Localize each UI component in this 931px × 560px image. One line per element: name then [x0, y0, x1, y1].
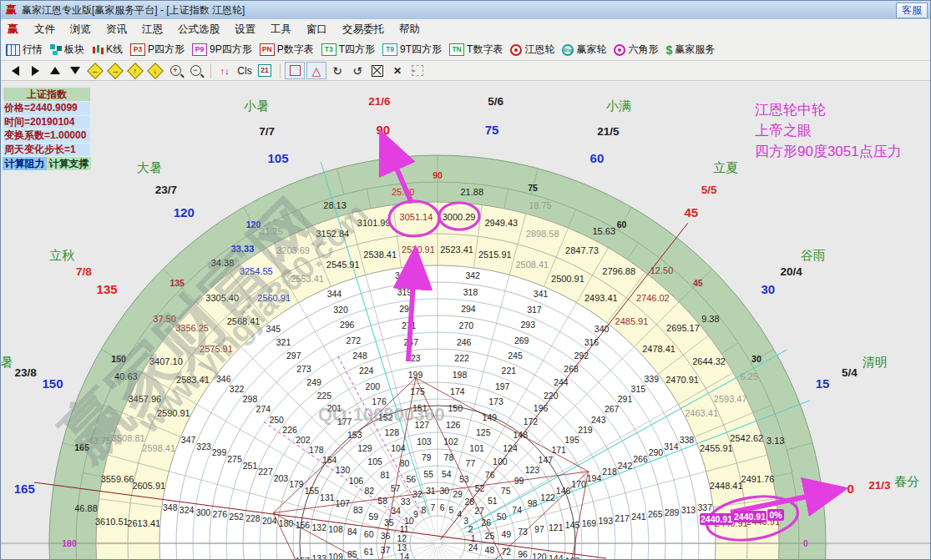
zoom-out-button[interactable]: − [186, 63, 205, 78]
svg-text:342: 342 [465, 270, 480, 280]
menu-item-0[interactable]: 文件 [27, 21, 63, 38]
svg-text:8: 8 [422, 505, 427, 515]
kline-candles-icon [92, 44, 104, 56]
svg-text:122: 122 [540, 492, 555, 502]
toolbar-item-label: 板块 [64, 43, 84, 57]
svg-text:9: 9 [413, 509, 418, 519]
svg-text:296: 296 [340, 320, 355, 330]
svg-text:120: 120 [174, 205, 195, 219]
svg-text:60: 60 [590, 151, 605, 165]
annotation-line-1: 上帝之眼 [755, 120, 902, 141]
wheel-rings-icon [614, 44, 625, 56]
svg-text:129: 129 [357, 443, 372, 453]
panel-row-3: 周天变化步长=1 [3, 144, 91, 158]
updown-button[interactable]: ↑↓ [215, 63, 234, 78]
svg-text:104: 104 [391, 443, 406, 453]
zoom-in-button[interactable]: + [166, 63, 185, 78]
calc-support-button[interactable]: 计算支撑 [47, 157, 91, 170]
svg-text:242: 242 [618, 461, 633, 471]
svg-text:54: 54 [442, 469, 452, 479]
badge-icon-TN: TN [449, 43, 464, 56]
dia-right-button[interactable]: → [106, 63, 124, 78]
svg-text:105: 105 [268, 151, 289, 165]
svg-text:174: 174 [450, 386, 465, 396]
toolbar-item-江恩轮[interactable]: 江恩轮 [510, 43, 554, 57]
square-button[interactable] [285, 62, 305, 79]
select-button[interactable]: ▸ [408, 63, 427, 78]
svg-text:126: 126 [446, 420, 461, 430]
svg-text:2: 2 [468, 524, 473, 534]
svg-text:4: 4 [457, 509, 462, 519]
toolbar-item-板块[interactable]: 板块 [50, 43, 84, 57]
dia-up-button[interactable]: ↑ [126, 63, 144, 78]
toolbar-item-行情[interactable]: 行情 [6, 43, 43, 57]
toolbar-item-9T四方形[interactable]: T99T四方形 [382, 43, 442, 57]
svg-text:297: 297 [286, 351, 301, 361]
svg-text:132: 132 [311, 522, 326, 532]
svg-text:30: 30 [761, 282, 776, 296]
toolbar-item-P数字表[interactable]: PNP数字表 [260, 43, 314, 57]
toolbar-item-T数字表[interactable]: TNT数字表 [449, 43, 503, 57]
svg-text:2746.02: 2746.02 [636, 293, 670, 303]
tri-right-button[interactable] [26, 63, 44, 78]
svg-text:144: 144 [549, 553, 564, 560]
toolbar-item-赢家服务[interactable]: $赢家服务 [665, 43, 715, 57]
svg-text:57: 57 [391, 483, 401, 493]
svg-text:75: 75 [501, 486, 511, 496]
svg-text:2470.91: 2470.91 [665, 375, 699, 385]
svg-text:58: 58 [377, 496, 387, 506]
svg-text:168: 168 [565, 556, 580, 560]
menu-item-4[interactable]: 公式选股 [170, 21, 227, 38]
calc-resistance-button[interactable]: 计算阻力 [3, 157, 47, 170]
svg-text:35: 35 [384, 517, 394, 527]
svg-text:3: 3 [463, 516, 468, 526]
annotation-line-0: 江恩轮中轮 [755, 99, 902, 120]
toolbar-item-9P四方形[interactable]: P99P四方形 [192, 43, 252, 57]
svg-text:52: 52 [475, 483, 485, 493]
menu-item-5[interactable]: 设置 [227, 21, 263, 38]
menu-item-3[interactable]: 江恩 [134, 21, 170, 38]
rotate-ccw-button[interactable]: ↺ [348, 63, 367, 78]
svg-text:348: 348 [163, 502, 178, 512]
cls-button[interactable]: Cls [235, 63, 254, 78]
svg-text:123: 123 [525, 465, 540, 475]
svg-text:32: 32 [412, 489, 422, 499]
menu-item-1[interactable]: 浏览 [63, 21, 99, 38]
customer-service-button[interactable]: 客服 [896, 3, 928, 18]
tri-up-button[interactable] [46, 63, 64, 78]
svg-text:315: 315 [631, 384, 646, 394]
toolbar-item-P四方形[interactable]: P3P四方形 [130, 43, 185, 57]
svg-text:198: 198 [453, 370, 468, 380]
menu-item-8[interactable]: 交易委托 [335, 21, 392, 38]
svg-text:7/8: 7/8 [76, 265, 92, 278]
rotate-cw-button[interactable]: ↻ [328, 63, 347, 78]
menu-item-2[interactable]: 资讯 [99, 21, 134, 38]
svg-text:2493.41: 2493.41 [584, 293, 618, 303]
svg-text:6: 6 [440, 502, 445, 512]
dia-left-button[interactable]: ← [86, 63, 104, 78]
svg-text:226: 226 [282, 425, 297, 435]
toolbar-item-K线[interactable]: K线 [92, 43, 123, 57]
toolbar-item-六角形[interactable]: 六角形 [614, 43, 658, 57]
svg-text:169: 169 [582, 518, 597, 528]
dia-down-button[interactable]: ↓ [146, 63, 164, 78]
box-x-button[interactable] [368, 63, 387, 78]
menu-item-9[interactable]: 帮助 [392, 21, 428, 38]
triangle-button[interactable]: △ [306, 62, 326, 79]
fit-button[interactable]: ✕ [388, 63, 407, 78]
tri-down-button[interactable] [66, 63, 84, 78]
calendar-button[interactable]: 21 [256, 63, 274, 78]
svg-text:99: 99 [514, 476, 524, 486]
toolbar-item-label: 江恩轮 [524, 43, 554, 57]
svg-text:267: 267 [605, 404, 620, 414]
menu-item-6[interactable]: 工具 [263, 21, 299, 38]
svg-text:34: 34 [391, 506, 401, 516]
tri-left-button[interactable] [6, 63, 24, 78]
svg-text:75: 75 [528, 183, 538, 193]
toolbar-item-赢家轮[interactable]: Big赢家轮 [562, 43, 606, 57]
menu-item-7[interactable]: 窗口 [299, 21, 335, 38]
toolbar-item-T四方形[interactable]: T3T四方形 [321, 43, 375, 57]
dollar-icon: $ [665, 43, 672, 57]
svg-text:45: 45 [693, 278, 703, 288]
svg-text:2847.73: 2847.73 [565, 245, 599, 255]
